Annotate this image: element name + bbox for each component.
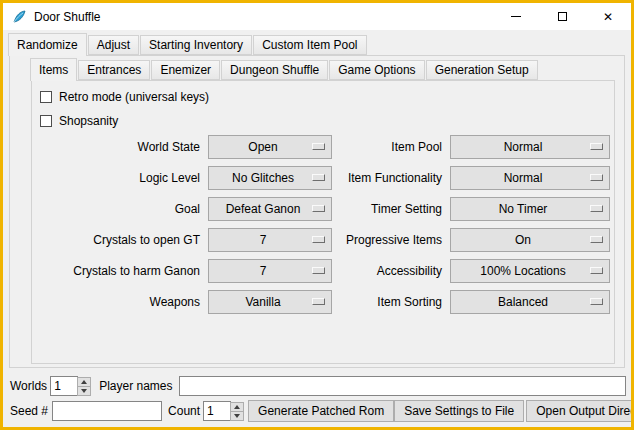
dropdown-indicator-icon xyxy=(590,236,603,243)
tab-starting-inventory[interactable]: Starting Inventory xyxy=(140,35,252,55)
weapons-dropdown[interactable]: Vanilla xyxy=(208,290,332,314)
item-sorting-label: Item Sorting xyxy=(340,295,442,309)
tab-game-options[interactable]: Game Options xyxy=(329,60,424,80)
tab-custom-item-pool[interactable]: Custom Item Pool xyxy=(253,35,366,55)
titlebar[interactable]: Door Shuffle ✕ xyxy=(3,3,631,30)
crystals-gt-label: Crystals to open GT xyxy=(40,233,200,247)
worlds-spinner xyxy=(50,376,91,396)
player-names-input[interactable] xyxy=(179,376,627,396)
progressive-items-label: Progressive Items xyxy=(340,233,442,247)
arrow-down-icon xyxy=(81,389,87,393)
arrow-up-icon xyxy=(81,380,87,384)
worlds-input[interactable] xyxy=(50,376,78,396)
dropdown-indicator-icon xyxy=(312,174,325,181)
seed-input[interactable] xyxy=(52,401,162,421)
tab-randomize[interactable]: Randomize xyxy=(8,33,87,56)
app-icon xyxy=(11,9,27,25)
player-names-label: Player names xyxy=(99,379,172,393)
generate-rom-button[interactable]: Generate Patched Rom xyxy=(248,400,394,422)
main-tab-bar: Randomize Adjust Starting Inventory Cust… xyxy=(3,33,631,55)
progressive-items-dropdown[interactable]: On xyxy=(450,228,610,252)
retro-mode-checkbox[interactable] xyxy=(40,91,52,103)
worlds-spinner-arrows xyxy=(77,377,91,396)
close-button[interactable]: ✕ xyxy=(585,3,631,30)
dropdown-indicator-icon xyxy=(590,267,603,274)
shopsanity-label: Shopsanity xyxy=(59,114,118,128)
tab-adjust[interactable]: Adjust xyxy=(88,35,139,55)
randomize-pane: Items Entrances Enemizer Dungeon Shuffle… xyxy=(9,55,625,368)
world-state-dropdown[interactable]: Open xyxy=(208,135,332,159)
dropdown-indicator-icon xyxy=(590,298,603,305)
accessibility-dropdown[interactable]: 100% Locations xyxy=(450,259,610,283)
window: Door Shuffle ✕ Randomize Adjust Starting… xyxy=(0,0,634,430)
crystals-ganon-label: Crystals to harm Ganon xyxy=(40,264,200,278)
window-title: Door Shuffle xyxy=(34,10,101,24)
world-state-label: World State xyxy=(40,140,200,154)
dropdown-indicator-icon xyxy=(590,174,603,181)
tab-dungeon-shuffle[interactable]: Dungeon Shuffle xyxy=(221,60,328,80)
worlds-row: Worlds Player names xyxy=(10,376,626,396)
count-spinner-arrows xyxy=(230,402,244,421)
count-label: Count xyxy=(168,404,200,418)
goal-label: Goal xyxy=(40,202,200,216)
weapons-label: Weapons xyxy=(40,295,200,309)
item-sorting-dropdown[interactable]: Balanced xyxy=(450,290,610,314)
tab-generation-setup[interactable]: Generation Setup xyxy=(426,60,538,80)
tab-items[interactable]: Items xyxy=(30,58,77,81)
window-controls: ✕ xyxy=(493,3,631,30)
item-pool-dropdown[interactable]: Normal xyxy=(450,135,610,159)
item-functionality-dropdown[interactable]: Normal xyxy=(450,166,610,190)
retro-mode-label: Retro mode (universal keys) xyxy=(59,90,209,104)
timer-setting-dropdown[interactable]: No Timer xyxy=(450,197,610,221)
accessibility-label: Accessibility xyxy=(340,264,442,278)
logic-level-label: Logic Level xyxy=(40,171,200,185)
options-grid: World State Open Item Pool Normal Logic … xyxy=(32,135,614,314)
maximize-button[interactable] xyxy=(539,3,585,30)
dropdown-indicator-icon xyxy=(312,267,325,274)
dropdown-indicator-icon xyxy=(590,205,603,212)
worlds-label: Worlds xyxy=(10,379,47,393)
goal-dropdown[interactable]: Defeat Ganon xyxy=(208,197,332,221)
dropdown-indicator-icon xyxy=(312,143,325,150)
crystals-gt-dropdown[interactable]: 7 xyxy=(208,228,332,252)
minimize-button[interactable] xyxy=(493,3,539,30)
dropdown-indicator-icon xyxy=(312,298,325,305)
item-pool-label: Item Pool xyxy=(340,140,442,154)
worlds-down-button[interactable] xyxy=(77,386,91,396)
timer-setting-label: Timer Setting xyxy=(340,202,442,216)
dropdown-indicator-icon xyxy=(312,236,325,243)
tab-enemizer[interactable]: Enemizer xyxy=(151,60,220,80)
open-output-button[interactable]: Open Output Directory xyxy=(526,400,634,422)
logic-level-dropdown[interactable]: No Glitches xyxy=(208,166,332,190)
sub-tab-bar: Items Entrances Enemizer Dungeon Shuffle… xyxy=(10,58,624,80)
save-settings-button[interactable]: Save Settings to File xyxy=(394,400,524,422)
retro-mode-row: Retro mode (universal keys) xyxy=(32,85,614,109)
minimize-icon xyxy=(511,16,521,17)
close-icon: ✕ xyxy=(603,11,613,23)
maximize-icon xyxy=(558,12,567,21)
items-pane: Retro mode (universal keys) Shopsanity W… xyxy=(31,80,615,364)
arrow-up-icon xyxy=(234,405,240,409)
shopsanity-checkbox[interactable] xyxy=(40,115,52,127)
count-spinner xyxy=(203,401,244,421)
seed-label: Seed # xyxy=(10,404,48,418)
count-down-button[interactable] xyxy=(230,411,244,421)
shopsanity-row: Shopsanity xyxy=(32,109,614,133)
seed-row: Seed # Count Generate Patched Rom Save S… xyxy=(10,400,626,422)
dropdown-indicator-icon xyxy=(312,205,325,212)
crystals-ganon-dropdown[interactable]: 7 xyxy=(208,259,332,283)
item-functionality-label: Item Functionality xyxy=(340,171,442,185)
tab-entrances[interactable]: Entrances xyxy=(78,60,150,80)
count-input[interactable] xyxy=(203,401,231,421)
arrow-down-icon xyxy=(234,414,240,418)
dropdown-indicator-icon xyxy=(590,143,603,150)
